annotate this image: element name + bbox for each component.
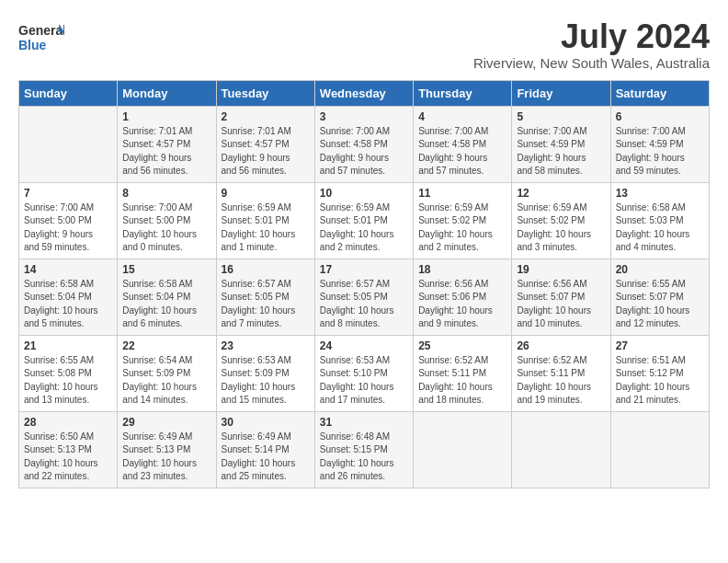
day-number: 25 [418, 339, 506, 352]
day-info: Sunrise: 6:59 AMSunset: 5:01 PMDaylight:… [222, 201, 310, 255]
svg-text:Blue: Blue [18, 38, 47, 52]
day-info: Sunrise: 6:53 AMSunset: 5:09 PMDaylight:… [222, 354, 310, 408]
day-info: Sunrise: 6:51 AMSunset: 5:12 PMDaylight:… [616, 354, 704, 408]
day-number: 8 [122, 187, 210, 200]
calendar-cell [610, 411, 709, 488]
weekday-header: Saturday [610, 80, 709, 106]
day-number: 9 [222, 187, 310, 200]
day-number: 22 [122, 339, 210, 352]
page-header: General Blue July 2024 Riverview, New So… [18, 18, 710, 71]
calendar-cell: 29Sunrise: 6:49 AMSunset: 5:13 PMDayligh… [118, 411, 216, 488]
day-info: Sunrise: 6:57 AMSunset: 5:05 PMDaylight:… [222, 278, 310, 331]
calendar-cell: 19Sunrise: 6:56 AMSunset: 5:07 PMDayligh… [512, 259, 610, 335]
day-info: Sunrise: 7:00 AMSunset: 4:58 PMDaylight:… [418, 125, 506, 178]
day-number: 18 [418, 263, 506, 276]
day-info: Sunrise: 7:01 AMSunset: 4:57 PMDaylight:… [222, 125, 310, 178]
day-info: Sunrise: 7:00 AMSunset: 5:00 PMDaylight:… [24, 201, 112, 255]
day-number: 30 [222, 416, 310, 429]
day-number: 14 [24, 263, 112, 276]
day-info: Sunrise: 6:52 AMSunset: 5:11 PMDaylight:… [517, 354, 605, 408]
calendar-cell: 8Sunrise: 7:00 AMSunset: 5:00 PMDaylight… [118, 182, 216, 259]
calendar-cell: 18Sunrise: 6:56 AMSunset: 5:06 PMDayligh… [414, 259, 512, 335]
calendar-week-row: 7Sunrise: 7:00 AMSunset: 5:00 PMDaylight… [19, 182, 710, 259]
day-info: Sunrise: 7:00 AMSunset: 4:59 PMDaylight:… [616, 125, 704, 178]
day-number: 24 [320, 339, 408, 352]
logo: General Blue [18, 18, 64, 57]
day-number: 27 [616, 339, 704, 352]
calendar-cell: 28Sunrise: 6:50 AMSunset: 5:13 PMDayligh… [19, 411, 118, 488]
day-info: Sunrise: 6:53 AMSunset: 5:10 PMDaylight:… [320, 354, 408, 408]
day-number: 7 [24, 187, 112, 200]
calendar-cell: 22Sunrise: 6:54 AMSunset: 5:09 PMDayligh… [118, 335, 216, 411]
day-number: 11 [418, 187, 506, 200]
calendar-week-row: 28Sunrise: 6:50 AMSunset: 5:13 PMDayligh… [19, 411, 710, 488]
calendar-cell: 17Sunrise: 6:57 AMSunset: 5:05 PMDayligh… [314, 259, 413, 335]
day-number: 6 [616, 110, 704, 123]
month-year: July 2024 [473, 18, 710, 55]
calendar-cell: 12Sunrise: 6:59 AMSunset: 5:02 PMDayligh… [512, 182, 610, 259]
calendar-cell: 10Sunrise: 6:59 AMSunset: 5:01 PMDayligh… [314, 182, 413, 259]
day-number: 1 [122, 110, 210, 123]
day-number: 31 [320, 416, 408, 429]
calendar-cell: 14Sunrise: 6:58 AMSunset: 5:04 PMDayligh… [19, 259, 118, 335]
day-number: 3 [320, 110, 408, 123]
weekday-header: Friday [512, 80, 610, 106]
day-info: Sunrise: 6:58 AMSunset: 5:04 PMDaylight:… [24, 278, 112, 331]
calendar-header-row: SundayMondayTuesdayWednesdayThursdayFrid… [19, 80, 710, 106]
day-info: Sunrise: 6:56 AMSunset: 5:06 PMDaylight:… [418, 278, 506, 331]
calendar-cell: 15Sunrise: 6:58 AMSunset: 5:04 PMDayligh… [118, 259, 216, 335]
weekday-header: Sunday [19, 80, 118, 106]
day-number: 21 [24, 339, 112, 352]
day-number: 29 [122, 416, 210, 429]
weekday-header: Wednesday [314, 80, 413, 106]
calendar-week-row: 1Sunrise: 7:01 AMSunset: 4:57 PMDaylight… [19, 106, 710, 182]
day-info: Sunrise: 6:59 AMSunset: 5:02 PMDaylight:… [517, 201, 605, 255]
day-info: Sunrise: 6:57 AMSunset: 5:05 PMDaylight:… [320, 278, 408, 331]
day-number: 20 [616, 263, 704, 276]
weekday-header: Tuesday [216, 80, 314, 106]
day-info: Sunrise: 6:49 AMSunset: 5:13 PMDaylight:… [122, 431, 210, 484]
calendar-cell: 4Sunrise: 7:00 AMSunset: 4:58 PMDaylight… [414, 106, 512, 182]
calendar-cell: 5Sunrise: 7:00 AMSunset: 4:59 PMDaylight… [512, 106, 610, 182]
day-number: 10 [320, 187, 408, 200]
calendar-cell: 21Sunrise: 6:55 AMSunset: 5:08 PMDayligh… [19, 335, 118, 411]
day-info: Sunrise: 6:54 AMSunset: 5:09 PMDaylight:… [122, 354, 210, 408]
day-info: Sunrise: 6:50 AMSunset: 5:13 PMDaylight:… [24, 431, 112, 484]
day-info: Sunrise: 7:00 AMSunset: 4:58 PMDaylight:… [320, 125, 408, 178]
day-number: 28 [24, 416, 112, 429]
calendar-cell: 24Sunrise: 6:53 AMSunset: 5:10 PMDayligh… [314, 335, 413, 411]
title-block: July 2024 Riverview, New South Wales, Au… [473, 18, 710, 71]
calendar-cell: 6Sunrise: 7:00 AMSunset: 4:59 PMDaylight… [610, 106, 709, 182]
day-info: Sunrise: 6:58 AMSunset: 5:04 PMDaylight:… [122, 278, 210, 331]
day-number: 15 [122, 263, 210, 276]
day-number: 13 [616, 187, 704, 200]
day-number: 19 [517, 263, 605, 276]
calendar-cell: 1Sunrise: 7:01 AMSunset: 4:57 PMDaylight… [118, 106, 216, 182]
day-number: 2 [222, 110, 310, 123]
calendar-cell: 31Sunrise: 6:48 AMSunset: 5:15 PMDayligh… [314, 411, 413, 488]
calendar-cell: 16Sunrise: 6:57 AMSunset: 5:05 PMDayligh… [216, 259, 314, 335]
day-info: Sunrise: 6:48 AMSunset: 5:15 PMDaylight:… [320, 431, 408, 484]
day-info: Sunrise: 6:52 AMSunset: 5:11 PMDaylight:… [418, 354, 506, 408]
location: Riverview, New South Wales, Australia [473, 55, 710, 71]
calendar-cell [414, 411, 512, 488]
weekday-header: Monday [118, 80, 216, 106]
calendar-cell: 9Sunrise: 6:59 AMSunset: 5:01 PMDaylight… [216, 182, 314, 259]
day-number: 26 [517, 339, 605, 352]
calendar-cell: 3Sunrise: 7:00 AMSunset: 4:58 PMDaylight… [314, 106, 413, 182]
day-info: Sunrise: 7:00 AMSunset: 5:00 PMDaylight:… [122, 201, 210, 255]
calendar-cell: 2Sunrise: 7:01 AMSunset: 4:57 PMDaylight… [216, 106, 314, 182]
day-number: 5 [517, 110, 605, 123]
logo-svg: General Blue [18, 18, 64, 57]
day-info: Sunrise: 6:58 AMSunset: 5:03 PMDaylight:… [616, 201, 704, 255]
day-info: Sunrise: 6:55 AMSunset: 5:07 PMDaylight:… [616, 278, 704, 331]
day-number: 23 [222, 339, 310, 352]
day-info: Sunrise: 6:59 AMSunset: 5:02 PMDaylight:… [418, 201, 506, 255]
calendar-cell: 25Sunrise: 6:52 AMSunset: 5:11 PMDayligh… [414, 335, 512, 411]
svg-text:General: General [18, 23, 64, 38]
day-number: 17 [320, 263, 408, 276]
day-info: Sunrise: 6:55 AMSunset: 5:08 PMDaylight:… [24, 354, 112, 408]
calendar-cell [19, 106, 118, 182]
calendar-table: SundayMondayTuesdayWednesdayThursdayFrid… [18, 80, 710, 488]
day-number: 12 [517, 187, 605, 200]
